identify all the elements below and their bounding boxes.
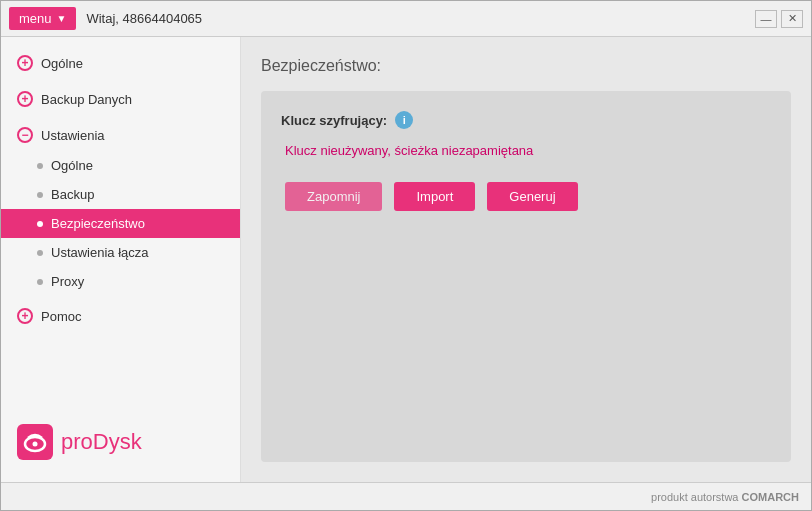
menu-button[interactable]: menu ▼ [9, 7, 76, 30]
sidebar-item-ustawienia[interactable]: − Ustawienia [1, 119, 240, 151]
sidebar-sub-label: Backup [51, 187, 94, 202]
titlebar-controls: — ✕ [755, 10, 803, 28]
sidebar-nav: + Ogólne + Backup Danych − Ustawienia [1, 47, 240, 412]
sidebar-sub-label: Ustawienia łącza [51, 245, 149, 260]
dot-icon [37, 163, 43, 169]
sidebar-footer: proDysk [1, 412, 240, 472]
sidebar-item-ogolne-sub[interactable]: Ogólne [1, 151, 240, 180]
action-buttons: Zapomnij Import Generuj [281, 182, 771, 211]
sidebar-sub-label: Ogólne [51, 158, 93, 173]
menu-arrow: ▼ [57, 13, 67, 24]
dot-icon [37, 279, 43, 285]
dot-icon [37, 221, 43, 227]
sidebar-item-backup-danych[interactable]: + Backup Danych [1, 83, 240, 115]
sidebar-sub-label: Bezpieczeństwo [51, 216, 145, 231]
menu-label: menu [19, 11, 52, 26]
titlebar-left: menu ▼ Witaj, 48664404065 [9, 7, 202, 30]
prodisk-logo-text: proDysk [61, 429, 142, 455]
expand-icon-pomoc: + [17, 308, 33, 324]
generate-button[interactable]: Generuj [487, 182, 577, 211]
app-footer: produkt autorstwa COMARCH [1, 482, 811, 510]
expand-icon-ogolne: + [17, 55, 33, 71]
nav-group-pomoc: + Pomoc [1, 300, 240, 332]
close-button[interactable]: ✕ [781, 10, 803, 28]
sidebar-item-backup-sub[interactable]: Backup [1, 180, 240, 209]
info-icon[interactable]: i [395, 111, 413, 129]
expand-icon-backup: + [17, 91, 33, 107]
sidebar-item-pomoc[interactable]: + Pomoc [1, 300, 240, 332]
welcome-text: Witaj, 48664404065 [86, 11, 202, 26]
key-status: Klucz nieużywany, ścieżka niezapamiętana [281, 143, 771, 158]
footer-text: produkt autorstwa COMARCH [651, 491, 799, 503]
forget-button[interactable]: Zapomnij [285, 182, 382, 211]
prodisk-logo-icon [17, 424, 53, 460]
key-label-text: Klucz szyfrujący: [281, 113, 387, 128]
sidebar-item-label: Backup Danych [41, 92, 132, 107]
section-title: Bezpieczeństwo: [261, 57, 791, 75]
content-panel: Klucz szyfrujący: i Klucz nieużywany, śc… [261, 91, 791, 462]
app-window: menu ▼ Witaj, 48664404065 — ✕ + Ogólne [0, 0, 812, 511]
sidebar: + Ogólne + Backup Danych − Ustawienia [1, 37, 241, 482]
minimize-button[interactable]: — [755, 10, 777, 28]
sidebar-sub-label: Proxy [51, 274, 84, 289]
nav-group-backup-danych: + Backup Danych [1, 83, 240, 115]
nav-group-ogolne: + Ogólne [1, 47, 240, 79]
import-button[interactable]: Import [394, 182, 475, 211]
sidebar-item-proxy[interactable]: Proxy [1, 267, 240, 296]
svg-point-2 [33, 442, 38, 447]
main-content: + Ogólne + Backup Danych − Ustawienia [1, 37, 811, 482]
titlebar: menu ▼ Witaj, 48664404065 — ✕ [1, 1, 811, 37]
sidebar-item-ogolne-top[interactable]: + Ogólne [1, 47, 240, 79]
sidebar-item-bezpieczenstwo[interactable]: Bezpieczeństwo [1, 209, 240, 238]
sidebar-item-label: Pomoc [41, 309, 81, 324]
content-area: Bezpieczeństwo: Klucz szyfrujący: i Kluc… [241, 37, 811, 482]
collapse-icon-ustawienia: − [17, 127, 33, 143]
dot-icon [37, 250, 43, 256]
nav-group-ustawienia: − Ustawienia Ogólne Backup Bezpieczeństw… [1, 119, 240, 296]
sidebar-item-label: Ogólne [41, 56, 83, 71]
sidebar-item-ustawienia-lacza[interactable]: Ustawienia łącza [1, 238, 240, 267]
dot-icon [37, 192, 43, 198]
key-label-row: Klucz szyfrujący: i [281, 111, 771, 129]
footer-brand: COMARCH [742, 491, 799, 503]
sidebar-item-label: Ustawienia [41, 128, 105, 143]
